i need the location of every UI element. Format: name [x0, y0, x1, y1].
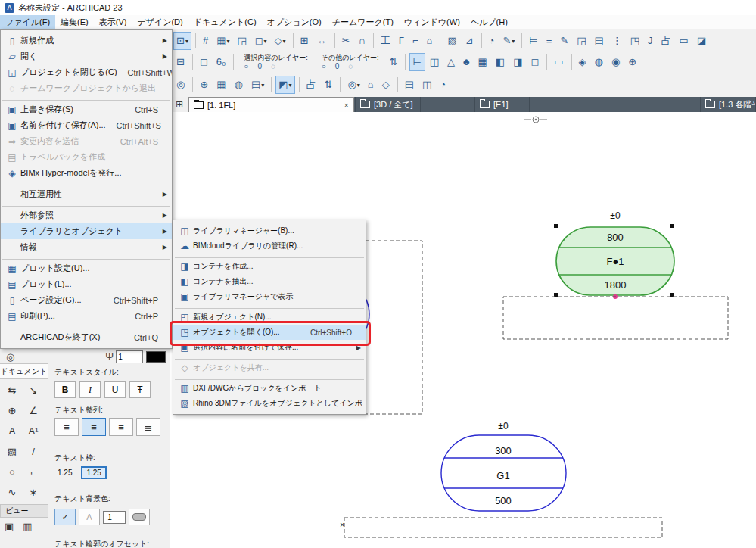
menu-item[interactable]: ▣ ライブラリマネージャで表示 — [173, 289, 366, 304]
selection-handle[interactable] — [670, 293, 674, 297]
menu-item[interactable] — [173, 254, 366, 259]
toolbar-button[interactable]: ◎▾ — [344, 76, 362, 94]
toolbar-button[interactable]: ✎▾ — [499, 32, 518, 50]
menu-item[interactable]: ☁ BIMcloudライブラリの管理(R)... — [173, 238, 366, 254]
toolbar-button[interactable]: ⇅ — [322, 76, 337, 94]
menu-item[interactable]: ARCHICADを終了(X) Ctrl+Q — [1, 329, 172, 345]
tool-button[interactable]: ⇆ — [8, 385, 17, 396]
toolbar-button[interactable] — [571, 54, 572, 70]
toolbar-button[interactable]: ◎ — [173, 76, 188, 94]
toolbar-button[interactable]: ⌂ — [424, 32, 437, 50]
selection-handle[interactable] — [554, 224, 558, 228]
toolbar-button[interactable]: ∩ — [355, 32, 369, 50]
toolbar-button[interactable]: ◔ — [486, 32, 499, 50]
toolbar-button[interactable]: 占 — [658, 32, 675, 50]
toolbar-button[interactable]: ◔ — [437, 76, 450, 94]
toolbar-button[interactable]: J — [645, 32, 657, 50]
toolbar-button[interactable]: ▦▾ — [213, 32, 232, 50]
pen-number-input[interactable] — [116, 350, 143, 363]
tool-button[interactable]: ⊕ — [8, 405, 17, 416]
font-style-button[interactable]: Ŧ — [129, 381, 151, 398]
toolbar-button[interactable]: ◩▾ — [275, 76, 294, 94]
toolbar-button[interactable]: △ — [444, 53, 459, 71]
toolbar-button[interactable]: ▤ — [402, 76, 418, 94]
toolbar-button[interactable]: ◨ — [510, 53, 526, 71]
toolbar-button[interactable]: ▤▾ — [248, 76, 267, 94]
tab-overview-button[interactable]: ⊞ — [170, 97, 189, 112]
bg-pen-input[interactable] — [103, 511, 126, 524]
toolbar-button[interactable] — [233, 54, 234, 70]
toolbar-button[interactable]: ♣ — [460, 53, 474, 71]
marquee-dashed-rect-1[interactable] — [503, 297, 728, 339]
view-tool-button[interactable]: ▣ — [5, 521, 14, 532]
tool-button[interactable]: / — [32, 446, 35, 457]
toolbar-button[interactable] — [293, 33, 294, 48]
menu-item[interactable]: ◳ オブジェクトを開く(O)... Ctrl+Shift+O — [173, 325, 366, 340]
toolbar-button[interactable]: ◳ — [627, 32, 643, 50]
toolbar-button[interactable]: ◲ — [234, 32, 250, 50]
menu-item[interactable] — [1, 96, 172, 101]
toolbar-button[interactable]: ⊞ — [297, 32, 313, 50]
menu-item[interactable]: ▧ Rhino 3DMファイルをオブジェクトとしてインポート... — [173, 396, 366, 411]
menu-item[interactable]: ▯ ページ設定(G)... Ctrl+Shift+P — [1, 292, 172, 308]
bg-color-pill-button[interactable] — [129, 509, 150, 525]
tool-button[interactable]: ∠ — [29, 405, 38, 416]
toolbar-button[interactable] — [546, 54, 547, 70]
toolbar-button[interactable] — [373, 33, 374, 48]
tab-e1[interactable]: [E1] — [474, 97, 530, 112]
menu-bar-item[interactable]: ヘルプ(H) — [465, 15, 513, 29]
toolbar-button[interactable]: ◻ — [527, 53, 543, 71]
tool-button[interactable]: A — [9, 425, 16, 437]
tool-button[interactable]: ↘ — [30, 385, 38, 396]
toolbar-button[interactable] — [334, 33, 335, 48]
menu-item[interactable]: ▤ トラベルパックを作成 — [1, 149, 172, 165]
toolbar-button[interactable]: ◻▾ — [252, 32, 270, 50]
marquee-dashed-rect-2[interactable] — [344, 518, 662, 537]
menu-item[interactable]: ⇒ 変更内容を送信 Ctrl+Alt+S — [1, 133, 172, 149]
toolbar-button[interactable] — [481, 33, 482, 48]
toolbar-button[interactable]: ⊨ — [526, 32, 541, 50]
selection-handle[interactable] — [554, 293, 558, 297]
align-button[interactable]: ≣ — [136, 418, 160, 436]
toolbar-button[interactable]: ↔ — [314, 32, 331, 50]
toolbar-button[interactable]: ◍ — [232, 76, 247, 94]
tool-button[interactable]: ⌐ — [30, 466, 36, 478]
toolbar-button[interactable]: Γ — [396, 32, 408, 50]
menu-item[interactable]: ▣ 上書き保存(S) Ctrl+S — [1, 101, 172, 117]
toolbar-button[interactable] — [440, 33, 440, 48]
toolbar-button[interactable]: 工 — [378, 32, 394, 50]
menu-item[interactable]: ▣ 名前を付けて保存(A)... Ctrl+Shift+S — [1, 117, 172, 133]
tab-13-floor-plan[interactable]: [1.3 各階平 — [700, 97, 756, 112]
menu-item[interactable]: ◨ コンテナを作成... — [173, 259, 366, 274]
toolbar-button[interactable]: ◈ — [576, 53, 590, 71]
menu-item[interactable]: ◇ オブジェクトを共有... — [173, 360, 366, 375]
menu-bar-item[interactable]: オプション(O) — [262, 15, 327, 29]
toolbar-button[interactable]: 6₀ — [213, 53, 230, 71]
menu-bar-item[interactable]: チームワーク(T) — [327, 15, 399, 29]
toolbar-button[interactable]: ⊡▾ — [173, 32, 191, 50]
tab-1fl[interactable]: [1. 1FL] × — [188, 97, 354, 112]
align-button[interactable]: ≡ — [109, 418, 133, 436]
tool-button[interactable]: ∗ — [30, 487, 38, 498]
menu-item[interactable]: ▱ 開く ▶ — [1, 48, 172, 64]
toolbar-button[interactable]: ⌂ — [365, 76, 378, 94]
menu-item[interactable] — [1, 202, 172, 207]
toolbar-button[interactable] — [192, 77, 193, 92]
toolbar-button[interactable]: ⌐ — [409, 32, 422, 50]
menu-item[interactable]: ▣ 選択内容に名前を付けて保存... ▶ — [173, 340, 366, 355]
toolbar-button[interactable]: 占 — [303, 76, 320, 94]
menu-bar-item[interactable]: 表示(V) — [94, 15, 132, 29]
frame-value-selected[interactable]: 1.25 — [81, 466, 106, 479]
menu-item[interactable]: ライブラリとオブジェクト ▶ — [1, 223, 172, 239]
tool-button[interactable]: ○ — [9, 466, 15, 478]
menu-item[interactable]: ▯ 新規作成 ▶ — [1, 33, 172, 48]
tool-button[interactable]: ▨ — [8, 446, 17, 457]
view-section-header[interactable]: ビュー — [0, 504, 48, 518]
align-button[interactable]: ≡ — [54, 418, 79, 436]
marquee-dashed-rect-hidden[interactable] — [359, 241, 422, 414]
menu-item[interactable]: ◰ 新規オブジェクト(N)... — [173, 310, 366, 325]
font-style-button[interactable]: U — [104, 381, 126, 398]
selection-layer-control[interactable]: 選択内容のレイヤー: ○ 0 ◌ — [244, 52, 307, 72]
pen-color-swatch[interactable] — [146, 351, 166, 363]
toolbar-button[interactable]: ≡ — [543, 32, 556, 50]
